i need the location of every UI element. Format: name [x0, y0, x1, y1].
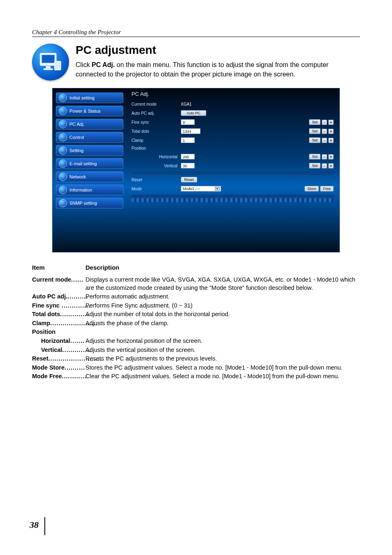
desc-val: Adjusts the phase of the clamp.: [85, 319, 360, 328]
desc-key: Fine sync: [32, 302, 60, 309]
sidebar-item-power-status[interactable]: Power & Status: [56, 106, 123, 116]
mode-select[interactable]: Mode1 ,--- ▾: [181, 186, 221, 192]
intro-pre: Click: [76, 61, 92, 68]
mode-select-value: Mode1 ,---: [183, 187, 200, 191]
sidebar-item-email-setting[interactable]: E-mail setting: [56, 158, 123, 169]
vertical-input[interactable]: 35: [181, 163, 195, 169]
set-button[interactable]: Set: [309, 163, 321, 169]
total-dots-label: Total dots: [131, 129, 181, 134]
monitor-icon: [32, 44, 69, 81]
pc-icon: [59, 120, 67, 128]
desc-key: Mode Free: [32, 373, 62, 379]
sidebar-item-setting[interactable]: Setting: [56, 145, 123, 156]
row-horizontal: Horizontal 295 Set - +: [131, 152, 334, 161]
network-icon: [59, 173, 67, 181]
plus-button[interactable]: +: [328, 120, 334, 125]
svg-rect-2: [46, 66, 51, 69]
sidebar-item-label: Setting: [69, 148, 83, 153]
mode-label: Mode: [131, 187, 181, 191]
desc-header-desc: Description: [85, 264, 120, 271]
minus-button[interactable]: -: [322, 138, 327, 143]
info-icon: [59, 186, 67, 194]
clamp-label: Clamp: [131, 138, 181, 143]
desc-key: Vertical: [41, 347, 62, 353]
desc-key: Total dots: [32, 311, 60, 317]
desc-row-mode-store: Mode Store.......... Stores the PC adjus…: [32, 364, 360, 372]
page-title: PC adjustment: [76, 44, 360, 57]
sidebar-item-information[interactable]: Information: [56, 185, 123, 195]
horizontal-input[interactable]: 295: [181, 154, 195, 160]
row-vertical: Vertical 35 Set - +: [131, 161, 334, 170]
total-dots-input[interactable]: 1344: [181, 128, 201, 134]
current-mode-label: Current mode: [131, 102, 181, 106]
desc-row-current-mode: Current mode...... Displays a current mo…: [32, 276, 360, 292]
desc-row-fine-sync: Fine sync .............. Performs Fine S…: [32, 302, 360, 310]
desc-val: Displays a current mode like VGA, SVGA, …: [85, 276, 360, 292]
panel-title: PC Adj.: [131, 91, 334, 97]
desc-key: Mode Store: [32, 364, 65, 371]
snmp-icon: [59, 199, 67, 207]
store-button[interactable]: Store: [304, 186, 319, 192]
power-icon: [59, 107, 67, 115]
svg-rect-1: [42, 55, 55, 63]
row-total-dots: Total dots 1344 Set - +: [131, 127, 334, 136]
sidebar-item-label: Information: [69, 187, 92, 192]
desc-header: Item Description: [32, 264, 360, 271]
divider: [131, 172, 334, 174]
desc-val: Adjusts the horizontal position of the s…: [85, 337, 360, 345]
intro-bold: PC Adj.: [92, 61, 115, 68]
desc-header-item: Item: [32, 264, 85, 271]
sidebar: Initial setting Power & Status PC Adj. C…: [53, 88, 127, 252]
plus-button[interactable]: +: [328, 129, 334, 134]
desc-key: Position: [32, 328, 85, 336]
desc-val: Performs automatic adjustment.: [85, 293, 360, 301]
free-button[interactable]: Free: [320, 186, 334, 192]
row-reset: Reset Reset: [131, 175, 334, 184]
fine-sync-input[interactable]: 9: [181, 119, 195, 125]
sidebar-item-snmp-setting[interactable]: SNMP setting: [56, 198, 123, 208]
desc-val: Clear the PC adjustment values. Select a…: [85, 372, 360, 381]
reset-label: Reset: [131, 178, 181, 182]
minus-button[interactable]: -: [322, 163, 327, 169]
desc-row-vertical: Vertical.............. Adjusts the verti…: [32, 346, 360, 354]
vertical-label: Vertical: [131, 164, 181, 168]
sidebar-item-initial-setting[interactable]: Initial setting: [56, 92, 123, 103]
pattern-strip: [131, 198, 334, 202]
minus-button[interactable]: -: [322, 120, 327, 125]
divider: [131, 195, 334, 197]
sidebar-item-network[interactable]: Network: [56, 171, 123, 182]
sidebar-item-control[interactable]: Control: [56, 132, 123, 143]
minus-button[interactable]: -: [322, 129, 327, 134]
clamp-input[interactable]: 1: [181, 137, 195, 143]
plus-button[interactable]: +: [328, 154, 334, 160]
sidebar-item-label: Control: [69, 135, 84, 140]
desc-row-mode-free: Mode Free............ Clear the PC adjus…: [32, 372, 360, 381]
desc-key: Reset: [32, 355, 48, 362]
svg-rect-3: [44, 68, 53, 70]
fine-sync-label: Fine sync: [131, 120, 181, 125]
auto-pc-label: Auto PC adj.: [131, 111, 181, 116]
title-row: PC adjustment Click PC Adj. on the main …: [32, 44, 360, 81]
auto-pc-button[interactable]: Auto PC adj.: [181, 110, 206, 116]
gear-icon: [59, 146, 67, 155]
control-icon: [59, 133, 67, 141]
desc-row-total-dots: Total dots.............. Adjust the numb…: [32, 310, 360, 319]
sidebar-item-label: Power & Status: [69, 109, 101, 113]
row-clamp: Clamp 1 Set - +: [131, 136, 334, 145]
set-button[interactable]: Set: [309, 128, 321, 134]
minus-button[interactable]: -: [322, 154, 327, 160]
desc-row-auto-pc: Auto PC adj........... Performs automati…: [32, 293, 360, 301]
sidebar-item-label: SNMP setting: [69, 201, 97, 206]
panel: PC Adj. Current mode XGA1 Auto PC adj. A…: [127, 88, 339, 252]
set-button[interactable]: Set: [309, 137, 321, 143]
reset-button[interactable]: Reset: [181, 177, 197, 183]
page-bar: [44, 517, 45, 535]
plus-button[interactable]: +: [328, 163, 334, 169]
sidebar-item-label: PC Adj.: [69, 122, 85, 127]
sidebar-item-pc-adj[interactable]: PC Adj.: [56, 119, 123, 130]
set-button[interactable]: Set: [309, 119, 321, 125]
plus-button[interactable]: +: [328, 138, 334, 143]
globe-icon: [59, 94, 67, 102]
set-button[interactable]: Set: [309, 154, 321, 160]
desc-val: Stores the PC adjustment values. Select …: [85, 364, 360, 372]
